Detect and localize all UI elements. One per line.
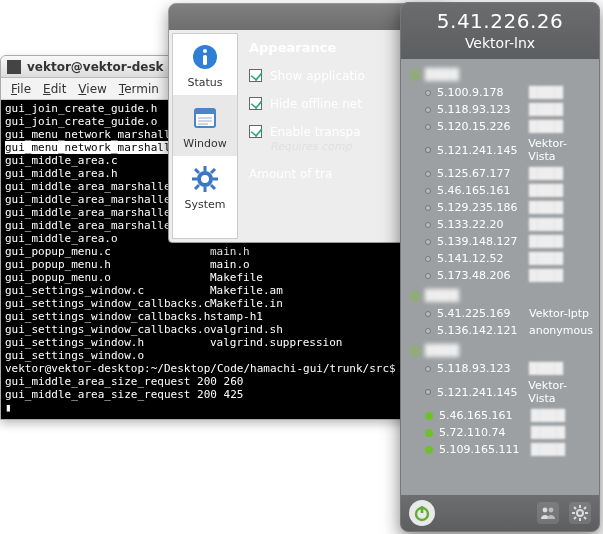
peer-ip: 5.120.15.226	[437, 120, 523, 133]
users-icon	[540, 506, 556, 520]
menu-file[interactable]: File	[7, 82, 35, 96]
status-dot-icon	[425, 311, 431, 317]
tab-system-label: System	[184, 198, 225, 211]
peer-name: ████	[529, 218, 563, 231]
peer-name: ████	[531, 443, 565, 456]
peer-name: ████	[529, 269, 563, 282]
peer-ip: 5.118.93.123	[437, 362, 523, 375]
peer-name: ████	[529, 120, 563, 133]
gear-icon	[572, 505, 588, 521]
self-hostname: Vektor-lnx	[411, 35, 589, 51]
status-dot-icon	[425, 205, 431, 211]
network-peer[interactable]: 5.173.48.206████	[409, 267, 595, 284]
network-group-head[interactable]: ████	[409, 341, 595, 360]
svg-line-28	[584, 507, 586, 509]
network-peer[interactable]: 5.139.148.127████	[409, 233, 595, 250]
network-peer[interactable]: 5.125.67.177████	[409, 165, 595, 182]
network-peer[interactable]: 5.120.15.226████	[409, 118, 595, 135]
network-peer[interactable]: 5.72.110.74████	[409, 424, 595, 441]
network-peer[interactable]: 5.100.9.178████	[409, 84, 595, 101]
svg-point-19	[543, 508, 548, 513]
status-dot-icon	[425, 389, 431, 395]
menu-view[interactable]: View	[74, 82, 110, 96]
svg-line-27	[584, 517, 586, 519]
terminal-title: vektor@vektor-desk	[27, 60, 164, 74]
peer-name: ████	[529, 252, 563, 265]
status-dot-icon	[425, 222, 431, 228]
status-dot-icon	[425, 446, 433, 454]
tab-status[interactable]: Status	[173, 34, 237, 95]
peer-name: Vektor-Vista	[528, 379, 593, 405]
peer-name: ████	[529, 235, 563, 248]
settings-button[interactable]	[569, 502, 591, 524]
network-peer[interactable]: 5.121.241.145Vektor-Vista	[409, 135, 595, 165]
menu-edit[interactable]: Edit	[39, 82, 70, 96]
menu-terminal[interactable]: Termin	[115, 82, 163, 96]
svg-rect-2	[203, 55, 207, 65]
network-peer[interactable]: 5.141.12.52████	[409, 250, 595, 267]
checkbox-enable-transparency[interactable]	[249, 125, 262, 138]
network-header: 5.41.226.26 Vektor-lnx	[401, 3, 599, 59]
network-group-head[interactable]: ████	[409, 65, 595, 84]
peer-name: ████	[529, 362, 563, 375]
tab-window-label: Window	[183, 137, 226, 150]
peer-ip: 5.72.110.74	[439, 426, 525, 439]
peer-name: Vektor-Vista	[528, 137, 593, 163]
peer-ip: 5.41.225.169	[437, 307, 523, 320]
network-peer[interactable]: 5.46.165.161████	[409, 182, 595, 199]
peer-ip: 5.133.22.20	[437, 218, 523, 231]
network-peer[interactable]: 5.118.93.123████	[409, 360, 595, 377]
peer-ip: 5.136.142.121	[437, 324, 523, 337]
tab-window[interactable]: Window	[173, 95, 237, 156]
peer-name: ████	[529, 167, 563, 180]
peer-ip: 5.121.241.145	[437, 386, 522, 399]
status-dot-icon	[425, 171, 431, 177]
svg-line-15	[211, 169, 215, 173]
status-dot-icon	[425, 256, 431, 262]
network-peer[interactable]: 5.41.225.169Vektor-lptp	[409, 305, 595, 322]
svg-rect-4	[195, 109, 215, 114]
status-dot-icon	[425, 90, 431, 96]
preferences-sidebar: Status Window	[172, 33, 238, 239]
svg-line-26	[574, 507, 576, 509]
svg-line-16	[195, 185, 199, 189]
status-dot-icon	[425, 107, 431, 113]
label-enable-transparency: Enable transpa Requires comp	[270, 125, 361, 153]
power-button[interactable]	[409, 500, 435, 526]
info-icon	[190, 42, 220, 72]
svg-line-13	[195, 169, 199, 173]
tab-system[interactable]: System	[173, 156, 237, 217]
terminal-icon	[7, 60, 21, 74]
svg-line-29	[574, 517, 576, 519]
peer-name: ████	[529, 184, 563, 197]
status-dot-icon	[425, 124, 431, 130]
users-button[interactable]	[537, 502, 559, 524]
network-footer	[401, 495, 599, 531]
peer-name: ████	[531, 409, 565, 422]
network-peer[interactable]: 5.109.165.111████	[409, 441, 595, 458]
network-list[interactable]: ████5.100.9.178████5.118.93.123████5.120…	[401, 59, 599, 495]
network-peer[interactable]: 5.118.93.123████	[409, 101, 595, 118]
peer-ip: 5.46.165.161	[437, 184, 523, 197]
network-group-head[interactable]: ████	[409, 286, 595, 305]
svg-line-14	[211, 185, 215, 189]
svg-point-1	[203, 49, 207, 53]
peer-ip: 5.109.165.111	[439, 443, 525, 456]
network-peer[interactable]: 5.121.241.145Vektor-Vista	[409, 377, 595, 407]
status-dot-icon	[425, 188, 431, 194]
peer-name: ████	[529, 86, 563, 99]
peer-ip: 5.118.93.123	[437, 103, 523, 116]
window-icon	[190, 103, 220, 133]
peer-ip: 5.100.9.178	[437, 86, 523, 99]
status-dot-icon	[425, 273, 431, 279]
network-peer[interactable]: 5.129.235.186████	[409, 199, 595, 216]
network-peer[interactable]: 5.133.22.20████	[409, 216, 595, 233]
peer-name: Vektor-lptp	[529, 307, 589, 320]
network-peer[interactable]: 5.46.165.161████	[409, 407, 595, 424]
self-ip: 5.41.226.26	[411, 9, 589, 33]
peer-name: ████	[531, 426, 565, 439]
checkbox-show-application[interactable]	[249, 69, 262, 82]
network-peer[interactable]: 5.136.142.121anonymous	[409, 322, 595, 339]
checkbox-hide-offline[interactable]	[249, 97, 262, 110]
status-dot-icon	[425, 147, 431, 153]
